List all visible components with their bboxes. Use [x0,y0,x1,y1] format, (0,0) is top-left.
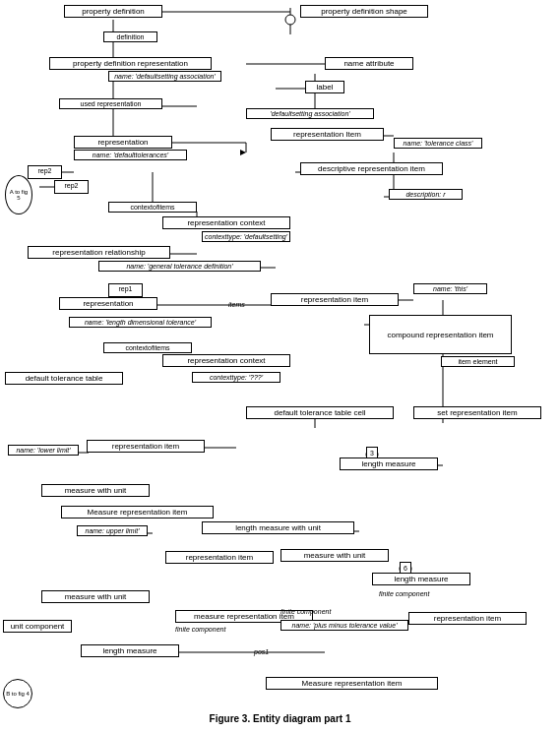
rep-context2-box: representation context [162,354,290,367]
length-measure-top-box: length measure [340,458,438,470]
measure-rep-item3-box: Measure representation item [266,677,438,690]
representation2-box: representation [59,297,157,310]
name-tolerance-class-box: name: 'tolerance class' [394,138,482,149]
rep-context-box: representation context [162,216,290,229]
name-defaulttolerances-box: name: 'defaulttolerances' [74,150,187,160]
property-definition-box: property definition [64,5,162,18]
representation-item4-box: representation item [165,551,274,564]
rep1-box: rep1 [108,283,143,297]
measure-with-unit3-box: measure with unit [41,590,150,603]
unit-component-box: unit component [3,620,72,633]
svg-point-2 [285,15,295,25]
defaultsetting-label-box: 'defaultsetting association' [246,108,374,119]
name-defaultsetting-box: name: 'defaultsetting association' [108,71,221,82]
contextofitems2-box: contextofitems [103,342,192,353]
default-tolerance-table-box: default tolerance table [5,372,123,385]
length-measure3-box: length measure [81,644,179,657]
representation-item3-box: representation item [87,440,205,453]
descriptive-rep-item-box: descriptive representation item [300,162,443,175]
svg-marker-64 [240,150,246,155]
contexttype-defaultsetting-box: contexttype: 'defaultsetting' [202,231,290,242]
used-representation-box: used representation [59,98,162,109]
set-rep-item-box: set representation item [413,406,541,419]
diagram-container: property definition property definition … [0,0,560,732]
representation-item5-box: representation item [408,612,527,625]
prop-def-rep-box: property definition representation [49,57,212,70]
name-this-box: name: 'this' [413,283,487,294]
representation-box: representation [74,136,172,149]
rep2-ref-1: rep2 [28,165,62,179]
name-length-dimensional-box: name: 'length dimensional tolerance' [69,317,212,328]
rep2-ref-2: rep2 [54,180,89,194]
label-box: label [305,81,344,93]
representation-item-box: representation Item [271,128,384,141]
name-upper-limit-box: name: upper limit' [77,525,148,536]
rep-relationship-box: representation relationship [28,246,170,259]
name-general-tolerance-box: name: 'general tolerance definition' [98,261,261,272]
name-plus-minus-box: name: 'plus minus tolerance value' [280,620,408,631]
name-lower-limit-box: name: 'lower limit' [8,445,79,456]
representation-item2-box: representation item [271,293,399,306]
length-measure-with-unit-box: length measure with unit [202,521,354,534]
length-measure2-box: length measure [372,573,470,585]
finite-component2: finite component [280,608,331,615]
measure-rep-item-box: Measure representation item [61,506,214,518]
figure-caption: Figure 3. Entity diagram part 1 [0,713,560,724]
items-label: items [228,301,245,308]
compound-rep-item-box: compound representation item [369,315,512,354]
b-to-fig4: B to fig 4 [3,679,32,708]
a-to-fig5: A to fig 5 [5,175,32,214]
contexttype-qqq-box: contexttype: '???' [192,372,280,383]
finite-component-label: finite component [175,626,225,633]
measure-with-unit2-box: measure with unit [280,549,389,562]
property-definition-shape-box: property definition shape [300,5,428,18]
contextofitems-box: contextofitems [108,202,197,213]
finite-component3: finite component [379,590,429,597]
item-element-box: item element [441,356,515,367]
description-r-box: description: r [389,189,463,200]
definition-box: definition [103,31,157,42]
default-tolerance-table-cell-box: default tolerance table cell [246,406,394,419]
pos1-label: pos1 [254,648,269,655]
measure-with-unit-top-box: measure with unit [41,484,150,497]
name-attribute-box: name attribute [325,57,413,70]
